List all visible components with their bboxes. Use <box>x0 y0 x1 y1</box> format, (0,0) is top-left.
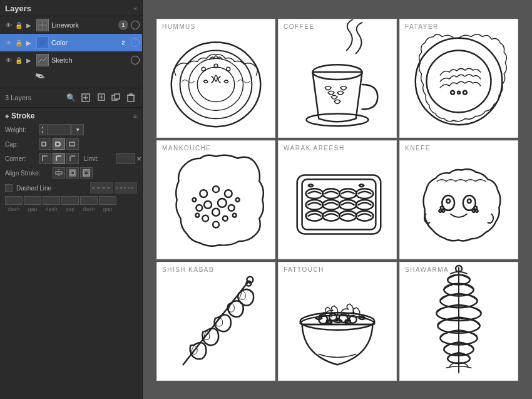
align-center-button[interactable] <box>53 167 65 179</box>
weight-label: Weight: <box>5 127 36 133</box>
gap-1-input[interactable] <box>24 196 41 205</box>
duplicate-layer-button[interactable] <box>110 91 122 104</box>
svg-point-41 <box>458 91 460 93</box>
weight-dropdown[interactable]: ▾ <box>71 124 84 135</box>
cap-round-button[interactable] <box>53 138 65 150</box>
main-area: HUMMUS <box>143 0 532 399</box>
art-cell-warak-areesh[interactable]: WARAK AREESH <box>278 140 397 259</box>
limit-input[interactable]: 10 <box>116 153 135 164</box>
art-cell-fatayer[interactable]: FATAYER <box>399 19 518 138</box>
svg-point-39 <box>451 90 454 94</box>
visibility-icon-color[interactable]: 👁 <box>4 38 14 48</box>
layers-toolbar: 3 Layers 🔍 <box>0 88 142 108</box>
stroke-corner-row: Corner: Limit: 10 ✕ <box>5 153 137 164</box>
svg-point-44 <box>225 190 232 197</box>
lock-icon-color[interactable]: 🔒 <box>14 38 24 48</box>
svg-rect-15 <box>130 94 132 95</box>
expand-icon-linework[interactable]: ▶ <box>24 20 34 30</box>
gap-3-label: gap <box>99 206 116 212</box>
corner-bevel-button[interactable] <box>66 153 79 164</box>
layer-name-sketch: Sketch <box>51 56 131 64</box>
visibility-icon-linework[interactable]: 👁 <box>4 20 14 30</box>
limit-clear-button[interactable]: ✕ <box>136 155 141 162</box>
art-cell-shawarma[interactable]: SHAWARMA <box>399 262 518 381</box>
svg-point-79 <box>476 209 478 212</box>
collapse-icon[interactable]: « <box>133 5 137 12</box>
lock-icon-linework[interactable]: 🔒 <box>14 20 24 30</box>
new-layer-button[interactable] <box>79 91 92 104</box>
svg-rect-13 <box>128 95 134 101</box>
layers-count: 3 Layers <box>5 94 62 101</box>
cap-square-button[interactable] <box>66 138 79 150</box>
svg-point-92 <box>328 321 330 323</box>
dash-2-label: dash <box>43 206 60 212</box>
visibility-icon-sketch[interactable]: 👁 <box>4 55 14 65</box>
layer-badge-color: 2 <box>118 38 128 48</box>
lock-icon-sketch[interactable]: 🔒 <box>14 55 24 65</box>
layer-item-linework[interactable]: 👁 🔒 ▶ Linework 1 <box>0 16 142 34</box>
dash-1-input[interactable] <box>5 196 23 205</box>
stroke-title: Stroke <box>5 111 34 120</box>
layer-target-color[interactable] <box>131 38 140 47</box>
layers-header: Layers « <box>0 0 142 16</box>
layers-panel-title: Layers <box>5 4 31 13</box>
art-cell-fattouch[interactable]: FATTOUCH <box>278 262 397 381</box>
canvas-area: HUMMUS <box>143 0 532 399</box>
search-layers-button[interactable]: 🔍 <box>64 91 77 104</box>
svg-point-36 <box>307 113 369 126</box>
art-cell-shish-kabab[interactable]: SHISH KABAB <box>156 262 275 381</box>
corner-label: Corner: <box>5 155 36 162</box>
align-inside-button[interactable] <box>66 167 79 179</box>
layer-item-color[interactable]: 👁 🔒 ▶ Color 2 <box>0 34 142 51</box>
layer-item-sketch[interactable]: 👁 🔒 ▶ Sketch <box>0 51 142 69</box>
dashed-preview-1 <box>90 182 113 194</box>
cell-label-fatayer: FATAYER <box>405 23 439 30</box>
align-outside-button[interactable] <box>80 167 93 179</box>
art-cell-knefe[interactable]: KNEFE <box>399 140 518 259</box>
svg-point-78 <box>474 206 477 209</box>
svg-point-42 <box>200 190 207 197</box>
new-sublayer-button[interactable] <box>95 91 107 104</box>
corner-round-button[interactable] <box>53 153 65 164</box>
expand-icon-color[interactable]: ▶ <box>24 38 34 48</box>
dash-inputs-row: dash gap dash gap dash gap <box>5 196 137 212</box>
align-label: Align Stroke: <box>5 170 50 177</box>
gap-1-label: gap <box>24 206 41 212</box>
stroke-menu-icon[interactable]: ≡ <box>133 113 137 120</box>
gap-3-input[interactable] <box>99 196 116 205</box>
svg-point-43 <box>213 186 219 192</box>
svg-point-48 <box>196 204 202 210</box>
svg-rect-12 <box>115 94 120 99</box>
art-grid: HUMMUS <box>156 19 518 381</box>
svg-point-53 <box>192 198 196 202</box>
layer-target-sketch[interactable] <box>131 56 140 65</box>
svg-point-76 <box>442 209 444 212</box>
svg-point-52 <box>213 221 219 227</box>
corner-miter-button[interactable] <box>39 153 51 164</box>
svg-point-80 <box>473 209 475 212</box>
dash-2-input[interactable] <box>43 196 60 205</box>
dashed-label: Dashed Line <box>16 185 51 192</box>
layer-target-linework[interactable] <box>131 21 140 29</box>
svg-point-32 <box>202 67 205 71</box>
gap-2-input[interactable] <box>61 196 79 205</box>
dash-3-input[interactable] <box>80 196 98 205</box>
svg-rect-18 <box>56 142 59 146</box>
cap-flat-button[interactable] <box>39 138 51 150</box>
weight-input[interactable]: 1 pt <box>47 124 71 135</box>
cell-label-shish-kabab: SHISH KABAB <box>162 266 214 273</box>
thumbnail-linework <box>36 19 49 31</box>
art-cell-hummus[interactable]: HUMMUS <box>156 19 275 138</box>
dashed-checkbox[interactable] <box>5 184 13 192</box>
pen-cursor-decoration: ✒ <box>32 68 48 87</box>
svg-point-74 <box>468 199 471 203</box>
delete-layer-button[interactable] <box>125 91 137 104</box>
art-cell-coffee[interactable]: COFFEE <box>278 19 397 138</box>
art-cell-mankouche[interactable]: MANKOUCHE <box>156 140 275 259</box>
dashed-preview-2 <box>115 182 137 194</box>
svg-point-33 <box>227 67 230 71</box>
weight-spinner[interactable]: ▲ ▼ <box>39 124 46 135</box>
gap-2-label: gap <box>61 206 79 212</box>
layer-badge-linework: 1 <box>118 20 128 30</box>
expand-icon-sketch[interactable]: ▶ <box>24 55 34 65</box>
